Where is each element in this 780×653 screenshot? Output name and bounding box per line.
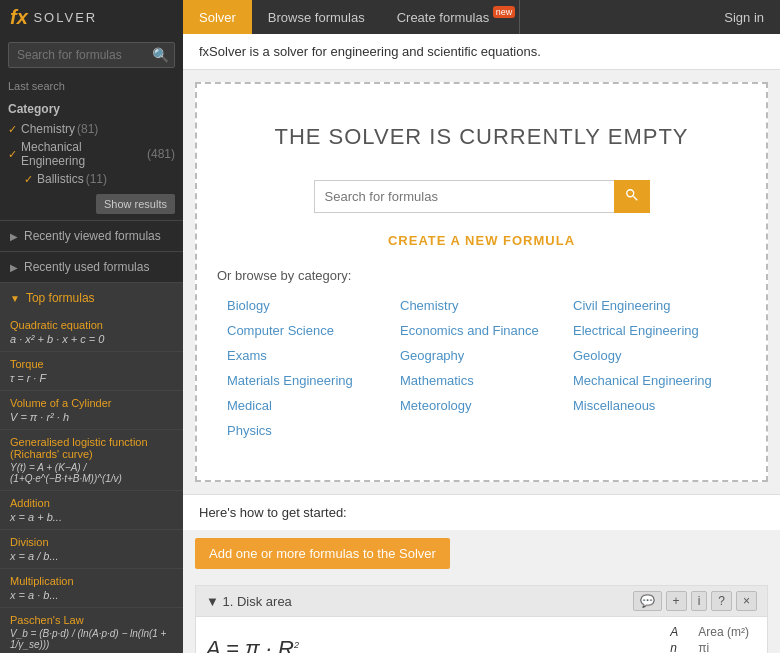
formula-item-cylinder[interactable]: Volume of a Cylinder V = π · r² · h: [0, 391, 183, 430]
category-link-civil-engineering[interactable]: Civil Engineering: [573, 295, 736, 316]
category-label-ballistics: Ballistics: [37, 172, 84, 186]
category-item-mechanical[interactable]: ✓ Mechanical Engineering (481): [0, 138, 183, 170]
formula-title-paschen: Paschen's Law: [10, 614, 173, 626]
category-link-medical[interactable]: Medical: [227, 395, 390, 416]
logo-solver: SOLVER: [28, 10, 97, 25]
disk-var-name-n: n: [670, 641, 690, 653]
new-badge: new: [493, 6, 516, 18]
category-link-exams[interactable]: Exams: [227, 345, 390, 366]
recently-viewed-label: Recently viewed formulas: [24, 229, 161, 243]
formula-title-quadratic: Quadratic equation: [10, 319, 173, 331]
category-label-chemistry: Chemistry: [21, 122, 75, 136]
formula-item-multiplication[interactable]: Multiplication x = a · b...: [0, 569, 183, 608]
disk-formula-equation: A = π · R2: [206, 636, 650, 653]
formula-eq-paschen: V_b = (B·p·d) / (ln(A·p·d) − ln(ln(1 + 1…: [10, 628, 173, 650]
disk-help-button[interactable]: ?: [711, 591, 732, 611]
formula-title-logistic: Generalised logistic function (Richards'…: [10, 436, 173, 460]
tab-browse-formulas[interactable]: Browse formulas: [252, 0, 381, 34]
formula-title-addition: Addition: [10, 497, 173, 509]
disk-var-name-A: A: [670, 625, 690, 639]
formula-eq-quadratic: a · x² + b · x + c = 0: [10, 333, 173, 345]
disk-area-header: ▼ 1. Disk area 💬 + i ? ×: [196, 586, 767, 617]
category-link-miscellaneous[interactable]: Miscellaneous: [573, 395, 736, 416]
search-icon: 🔍: [152, 47, 169, 63]
category-link-electrical-engineering[interactable]: Electrical Engineering: [573, 320, 736, 341]
show-results-button[interactable]: Show results: [96, 194, 175, 214]
check-chemistry: ✓: [8, 123, 17, 136]
browse-category-label: Or browse by category:: [217, 268, 746, 283]
top-nav: fx SOLVER Solver Browse formulas Create …: [0, 0, 780, 34]
formula-eq-division: x = a / b...: [10, 550, 173, 562]
search-icon-main: [625, 188, 639, 202]
disk-comment-button[interactable]: 💬: [633, 591, 662, 611]
add-formula-button[interactable]: Add one or more formulas to the Solver: [195, 538, 450, 569]
sidebar-section-top-formulas: ▼ Top formulas Quadratic equation a · x²…: [0, 282, 183, 653]
sidebar-section-recently-viewed: ▶ Recently viewed formulas: [0, 220, 183, 251]
solver-main: THE SOLVER IS CURRENTLY EMPTY CREATE A N…: [195, 82, 768, 482]
formula-title-cylinder: Volume of a Cylinder: [10, 397, 173, 409]
category-header: Category: [0, 96, 183, 120]
formula-eq-multiplication: x = a · b...: [10, 589, 173, 601]
formula-item-division[interactable]: Division x = a / b...: [0, 530, 183, 569]
category-link-geology[interactable]: Geology: [573, 345, 736, 366]
fxsolver-description: fxSolver is a solver for engineering and…: [183, 34, 780, 70]
create-formula-link[interactable]: CREATE A NEW FORMULA: [217, 233, 746, 248]
check-mechanical: ✓: [8, 148, 17, 161]
formula-item-logistic[interactable]: Generalised logistic function (Richards'…: [0, 430, 183, 491]
disk-area-name: 1. Disk area: [222, 594, 291, 609]
formula-item-torque[interactable]: Torque τ = r · F: [0, 352, 183, 391]
category-item-chemistry[interactable]: ✓ Chemistry (81): [0, 120, 183, 138]
formula-item-quadratic[interactable]: Quadratic equation a · x² + b · x + c = …: [0, 313, 183, 352]
formula-eq-cylinder: V = π · r² · h: [10, 411, 173, 423]
logo-fx: fx: [10, 6, 28, 29]
disk-area-title: ▼ 1. Disk area: [206, 594, 633, 609]
recently-viewed-header[interactable]: ▶ Recently viewed formulas: [0, 221, 183, 251]
signin-button[interactable]: Sign in: [708, 10, 780, 25]
category-label-mechanical: Mechanical Engineering: [21, 140, 145, 168]
category-grid: Biology Chemistry Civil Engineering Comp…: [217, 295, 746, 441]
formula-item-addition[interactable]: Addition x = a + b...: [0, 491, 183, 530]
disk-info-button[interactable]: i: [691, 591, 708, 611]
category-link-chemistry[interactable]: Chemistry: [400, 295, 563, 316]
disk-var-desc-n: πi: [698, 641, 709, 653]
sidebar-search-input[interactable]: [8, 42, 175, 68]
formula-eq-torque: τ = r · F: [10, 372, 173, 384]
disk-var-A: A Area (m²): [670, 625, 757, 639]
sidebar-section-recently-used: ▶ Recently used formulas: [0, 251, 183, 282]
formula-eq-logistic: Y(t) = A + (K−A) / (1+Q·e^(−B·t+B·M))^(1…: [10, 462, 173, 484]
top-formulas-header[interactable]: ▼ Top formulas: [0, 283, 183, 313]
top-formulas-label: Top formulas: [26, 291, 95, 305]
recently-used-header[interactable]: ▶ Recently used formulas: [0, 252, 183, 282]
category-link-biology[interactable]: Biology: [227, 295, 390, 316]
category-link-computer-science[interactable]: Computer Science: [227, 320, 390, 341]
check-ballistics: ✓: [24, 173, 33, 186]
formula-title-division: Division: [10, 536, 173, 548]
formula-search-button[interactable]: [614, 180, 650, 213]
category-link-meteorology[interactable]: Meteorology: [400, 395, 563, 416]
solver-empty-title: THE SOLVER IS CURRENTLY EMPTY: [217, 124, 746, 150]
category-link-geography[interactable]: Geography: [400, 345, 563, 366]
formula-item-paschen[interactable]: Paschen's Law V_b = (B·p·d) / (ln(A·p·d)…: [0, 608, 183, 653]
category-link-physics[interactable]: Physics: [227, 420, 390, 441]
tab-solver[interactable]: Solver: [183, 0, 252, 34]
svg-point-0: [626, 190, 633, 197]
disk-area-number: ▼: [206, 594, 222, 609]
disk-area: ▼ 1. Disk area 💬 + i ? × A = π · R2 A: [195, 585, 768, 653]
category-link-materials[interactable]: Materials Engineering: [227, 370, 390, 391]
category-link-economics[interactable]: Economics and Finance: [400, 320, 563, 341]
disk-add-button[interactable]: +: [666, 591, 687, 611]
search-bar-wrap: [217, 180, 746, 213]
arrow-icon: ▶: [10, 231, 18, 242]
category-link-mechanical[interactable]: Mechanical Engineering: [573, 370, 736, 391]
content-area: fxSolver is a solver for engineering and…: [183, 34, 780, 653]
add-formula-wrap: Add one or more formulas to the Solver: [183, 530, 780, 581]
category-link-mathematics[interactable]: Mathematics: [400, 370, 563, 391]
disk-vars: A Area (m²) n πi R Radius (m): [670, 625, 757, 653]
category-count-ballistics: (11): [86, 172, 107, 186]
disk-close-button[interactable]: ×: [736, 591, 757, 611]
category-item-ballistics[interactable]: ✓ Ballistics (11): [0, 170, 183, 188]
tab-create-formulas[interactable]: Create formulas new: [381, 0, 519, 34]
nav-tabs: Solver Browse formulas Create formulas n…: [183, 0, 519, 34]
logo-area: fx SOLVER: [0, 0, 183, 34]
formula-search-input[interactable]: [314, 180, 614, 213]
